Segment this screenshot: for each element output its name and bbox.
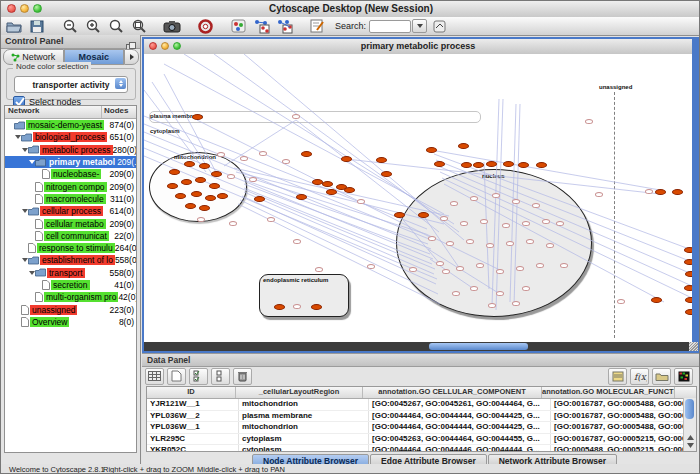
graph-node[interactable] [522, 221, 530, 226]
graph-node[interactable] [488, 303, 496, 308]
graph-node-selected-color[interactable] [426, 147, 437, 153]
graph-node-selected-color[interactable] [473, 162, 484, 168]
graph-node[interactable] [436, 261, 444, 266]
annotation-icon[interactable] [307, 18, 327, 34]
snapshot-icon[interactable] [162, 18, 182, 34]
tree-column-network[interactable]: Network [5, 106, 102, 118]
graph-node-selected-color[interactable] [217, 193, 228, 199]
graph-node[interactable] [227, 174, 235, 179]
expander-down-icon[interactable] [28, 271, 35, 275]
expander-down-icon[interactable] [28, 160, 35, 164]
table-vertical-scrollbar[interactable] [683, 398, 696, 451]
heatmap-icon[interactable] [674, 368, 693, 385]
tree-item[interactable]: primary metabol209(... [5, 156, 136, 168]
graph-node-selected-color[interactable] [185, 203, 196, 209]
graph-node-selected-color[interactable] [167, 183, 178, 189]
graph-node[interactable] [560, 263, 568, 268]
graph-node[interactable] [516, 266, 524, 271]
graph-node-selected-color[interactable] [322, 181, 333, 187]
graph-node-selected-color[interactable] [211, 171, 222, 177]
graph-node-selected-color[interactable] [394, 212, 405, 218]
import-attributes-icon[interactable] [652, 368, 671, 385]
graph-node[interactable] [315, 267, 323, 272]
graph-node-selected-color[interactable] [434, 161, 445, 167]
zoom-out-icon[interactable] [60, 18, 80, 34]
graph-node-selected-color[interactable] [199, 205, 210, 211]
graph-node[interactable] [476, 263, 484, 268]
tree-item[interactable]: cellular process614(0) [5, 205, 136, 217]
table-row[interactable]: YJR121W__1mitochondrion[GO:0045267, GO:0… [147, 399, 696, 411]
graph-node[interactable] [470, 196, 478, 201]
graph-node[interactable] [357, 199, 365, 204]
float-panel-icon[interactable] [126, 37, 136, 46]
graph-node[interactable] [546, 243, 554, 248]
tree-item[interactable]: metabolic process280(0) [5, 144, 136, 156]
graph-node[interactable] [249, 177, 257, 182]
function-builder-icon[interactable]: f(x) [630, 368, 649, 385]
tree-item[interactable]: mosaic-demo-yeast874(0) [5, 119, 136, 131]
graph-node[interactable] [440, 216, 448, 221]
graph-node-selected-color[interactable] [536, 162, 547, 168]
tab-overflow-button[interactable] [124, 49, 139, 65]
graph-node-selected-color[interactable] [192, 114, 203, 120]
graph-node[interactable] [506, 241, 514, 246]
graph-node-selected-color[interactable] [685, 271, 693, 277]
graph-node[interactable] [486, 243, 494, 248]
tree-item[interactable]: response to stimulu264(0) [5, 242, 136, 254]
graph-node-selected-color[interactable] [205, 195, 216, 201]
graph-node[interactable] [595, 192, 603, 197]
graph-node-selected-color[interactable] [191, 191, 202, 197]
graph-node-selected-color[interactable] [418, 212, 429, 218]
expander-down-icon[interactable] [14, 135, 21, 139]
window-titlebar[interactable]: Cytoscape Desktop (New Session) [1, 1, 700, 18]
graph-node[interactable] [259, 151, 267, 156]
delete-attribute-icon[interactable] [233, 368, 252, 385]
graph-node-selected-color[interactable] [254, 196, 265, 202]
graph-node-selected-color[interactable] [296, 194, 307, 200]
tree-item[interactable]: nucleobase-209(0) [5, 168, 136, 180]
graph-node-selected-color[interactable] [344, 187, 355, 193]
graph-node[interactable] [293, 239, 301, 244]
tree-item[interactable]: nitrogen compo209(0) [5, 180, 136, 192]
node-color-dropdown[interactable]: transporter activity [14, 76, 128, 93]
search-input[interactable] [369, 20, 411, 33]
open-icon[interactable] [4, 18, 24, 34]
graph-node[interactable] [367, 264, 375, 269]
graph-node-selected-color[interactable] [199, 163, 210, 169]
graph-node-selected-color[interactable] [301, 151, 312, 157]
graph-node[interactable] [293, 304, 301, 309]
graph-node[interactable] [292, 114, 300, 119]
graph-node[interactable] [480, 219, 488, 224]
table-row[interactable]: YPL036W__1mitochondrion[GO:0044464, GO:0… [147, 422, 696, 434]
graph-node-selected-color[interactable] [195, 177, 206, 183]
tree-item[interactable]: biological_process651(0) [5, 131, 136, 143]
graph-node[interactable] [502, 223, 510, 228]
graph-node[interactable] [217, 152, 225, 157]
layout-rotate-icon[interactable] [274, 18, 294, 34]
graph-node-selected-color[interactable] [274, 304, 285, 310]
zoom-selected-icon[interactable] [129, 18, 149, 34]
graph-node[interactable] [617, 299, 625, 304]
graph-node[interactable] [496, 291, 504, 296]
graph-node-selected-color[interactable] [458, 143, 469, 149]
graph-node[interactable] [526, 239, 534, 244]
graph-node-selected-color[interactable] [685, 297, 693, 303]
expander-down-icon[interactable] [21, 148, 28, 152]
graph-node[interactable] [456, 266, 464, 271]
graph-node[interactable] [585, 119, 593, 124]
graph-node-selected-color[interactable] [503, 161, 514, 167]
table-row[interactable]: YLR295Ccytoplasm[GO:0045263, GO:0044464,… [147, 434, 696, 446]
tree-item[interactable]: transport558(0) [5, 267, 136, 279]
graph-node-selected-color[interactable] [518, 162, 529, 168]
graph-node-selected-color[interactable] [684, 259, 693, 265]
help-icon[interactable] [195, 18, 215, 34]
graph-node[interactable] [466, 239, 474, 244]
graph-node-selected-color[interactable] [651, 297, 662, 303]
graph-node-selected-color[interactable] [184, 161, 195, 167]
graph-node[interactable] [197, 217, 205, 222]
graph-node-selected-color[interactable] [181, 179, 192, 185]
horizontal-scroll-thumb[interactable] [429, 343, 528, 350]
tree-item[interactable]: secretion41(0) [5, 279, 136, 291]
search-dropdown-button[interactable] [412, 19, 427, 33]
graph-node[interactable] [428, 236, 436, 241]
